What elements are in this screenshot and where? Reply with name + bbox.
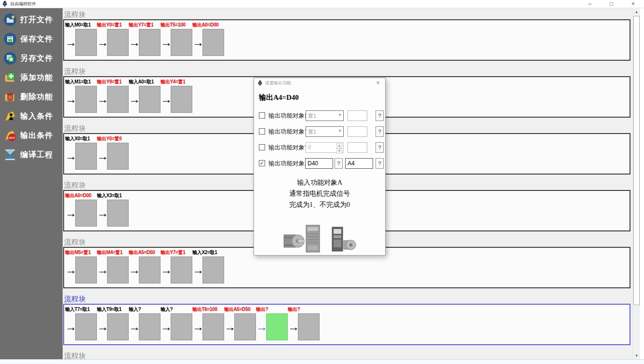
flow-block-panel[interactable]: 输入M0=取1→输出Y0=置1→输出Y7=置1→输出T5=100→输出A0=D0… <box>63 19 631 61</box>
sidebar-button-compile-project[interactable]: 编译工程 <box>0 145 63 164</box>
flow-step-box[interactable] <box>298 313 320 340</box>
aux-value-input[interactable] <box>348 126 367 137</box>
flow-cell[interactable]: 输出A5=D50→ <box>129 249 161 284</box>
flow-cell[interactable]: 输入T7=取1→ <box>65 306 97 341</box>
flow-cell-label: 输入X3=取1 <box>97 192 129 199</box>
flow-cell[interactable]: 输入X3=取1→ <box>97 192 129 227</box>
flow-cell[interactable]: 输出M5=置1→ <box>65 249 97 284</box>
flow-cell-label: 输出Y7=置1 <box>129 22 161 28</box>
flow-cell-row: → <box>97 28 129 56</box>
row-checkbox[interactable]: ✓ <box>259 160 265 166</box>
flow-step-box[interactable] <box>171 256 192 283</box>
servo-drive-motor-image <box>331 226 356 254</box>
flow-step-box[interactable] <box>266 313 288 340</box>
flow-step-box[interactable] <box>75 256 97 283</box>
help-button[interactable]: ? <box>376 158 384 169</box>
flow-cell[interactable]: 输入A0=取1→ <box>129 79 161 113</box>
sidebar-button-open-file[interactable]: 打开文件 <box>0 10 63 29</box>
sidebar-button-add-function[interactable]: 添加功能 <box>0 68 63 87</box>
flow-step-box[interactable] <box>107 29 129 56</box>
flow-step-box[interactable] <box>171 29 192 56</box>
flow-cell[interactable]: 输出M4=置1→ <box>97 249 129 284</box>
flow-step-box[interactable] <box>139 256 161 283</box>
aux-value-input[interactable] <box>348 142 367 153</box>
flow-step-box[interactable] <box>171 313 192 340</box>
help-button[interactable]: ? <box>376 126 384 137</box>
flow-cell[interactable]: 输入T9=取1→ <box>97 306 129 341</box>
flow-cell[interactable]: 输入?→ <box>161 306 192 341</box>
flow-step-box[interactable] <box>75 29 97 56</box>
spinner-down-icon[interactable]: ▼ <box>336 148 342 154</box>
scroll-up-icon[interactable]: ▲ <box>633 8 640 15</box>
row-checkbox[interactable] <box>259 128 265 135</box>
flow-cell[interactable]: 输出T5=100→ <box>161 22 192 56</box>
flow-cell[interactable]: 输入M1=取1→ <box>65 79 97 113</box>
window-titlebar: 自由编程软件 – □ × <box>0 0 644 8</box>
flow-step-box[interactable] <box>75 200 97 227</box>
flow-step-box[interactable] <box>107 143 129 170</box>
flow-step-box[interactable] <box>202 29 224 56</box>
flow-step-box[interactable] <box>107 86 129 113</box>
value-spinner[interactable]: 0▲▼ <box>306 142 344 153</box>
sidebar-button-save-as-file[interactable]: 另存文件 <box>0 49 63 68</box>
sidebar-button-input-condition[interactable]: 输入条件 <box>0 107 63 126</box>
help-button[interactable]: ? <box>376 110 384 121</box>
flow-step-box[interactable] <box>234 313 256 340</box>
flow-cell[interactable]: 输出Y0=置1→ <box>97 22 129 56</box>
scroll-down-icon[interactable]: ▼ <box>633 352 640 359</box>
flow-cell[interactable]: 输入M0=取1→ <box>65 22 97 56</box>
flow-step-box[interactable] <box>139 86 161 113</box>
help-button[interactable]: ? <box>335 158 343 169</box>
flow-step-box[interactable] <box>139 29 161 56</box>
help-button[interactable]: ? <box>376 142 384 153</box>
flow-cell[interactable]: 输出?→ <box>256 306 288 341</box>
flow-cell-label: 输出Y0=置0 <box>97 135 129 142</box>
flow-cell[interactable]: 输出A0=D00→ <box>65 192 97 227</box>
flow-cell[interactable]: 输出Y7=置1→ <box>129 22 161 56</box>
sidebar-button-save-file[interactable]: 保存文件 <box>0 29 63 49</box>
flow-step-box[interactable] <box>75 143 97 170</box>
flow-step-box[interactable] <box>171 86 192 113</box>
data-register-input[interactable] <box>305 158 333 169</box>
delete-function-icon <box>3 90 17 104</box>
aux-value-input[interactable] <box>348 110 367 121</box>
flow-step-box[interactable] <box>202 313 224 340</box>
dialog-close-icon[interactable]: × <box>371 78 385 88</box>
flow-cell[interactable]: 输出Y9=置1→ <box>97 79 129 113</box>
flow-cell[interactable]: 输出A5=D50→ <box>224 306 256 341</box>
flow-cell[interactable]: 输出?→ <box>288 306 320 341</box>
row-checkbox[interactable] <box>259 144 265 150</box>
flow-step-box[interactable] <box>107 256 129 283</box>
flow-cell[interactable]: 输出Y7=置1→ <box>161 249 192 284</box>
vertical-scrollbar[interactable]: ▲ ▼ <box>632 8 640 359</box>
flow-step-box[interactable] <box>75 86 97 113</box>
close-button[interactable]: × <box>622 0 644 8</box>
scrollbar-thumb[interactable] <box>633 16 640 305</box>
value-dropdown[interactable]: 置1▼ <box>306 126 344 137</box>
maximize-button[interactable]: □ <box>601 0 622 8</box>
row-checkbox[interactable] <box>259 112 265 119</box>
minimize-button[interactable]: – <box>579 0 601 8</box>
flow-block-panel[interactable]: 输入T7=取1→输入T9=取1→输入?→输入?→输出T6=100→输出A5=D5… <box>63 304 631 345</box>
sidebar-button-delete-function[interactable]: 删除功能 <box>0 87 63 107</box>
flow-step-box[interactable] <box>202 256 224 283</box>
value-dropdown[interactable]: 置1▼ <box>306 110 344 121</box>
flow-cell[interactable]: 输出Y0=置0→ <box>97 135 129 170</box>
axis-input[interactable] <box>345 158 373 169</box>
spinner-buttons[interactable]: ▲▼ <box>336 143 342 154</box>
flow-cell[interactable]: 输入X0=取1→ <box>65 135 97 170</box>
flow-step-box[interactable] <box>107 200 129 227</box>
sidebar-button-output-condition[interactable]: OUT输出条件 <box>0 126 63 145</box>
flow-cell-row: → <box>129 313 161 341</box>
dialog-titlebar[interactable]: 设置输出功能 × <box>254 78 385 88</box>
flow-cell[interactable]: 输入X2=取1→ <box>192 249 224 284</box>
flow-step-box[interactable] <box>107 313 129 340</box>
spinner-up-icon[interactable]: ▲ <box>336 143 342 148</box>
flow-step-box[interactable] <box>75 313 97 340</box>
flow-step-box[interactable] <box>139 313 161 340</box>
flow-cell[interactable]: 输出Y4=置1→ <box>161 79 192 113</box>
flow-cell[interactable]: 输出T6=100→ <box>192 306 224 341</box>
flow-cell[interactable]: 输入?→ <box>129 306 161 341</box>
flow-cell-row: → <box>65 199 97 227</box>
flow-cell[interactable]: 输出A0=D00→ <box>192 22 224 56</box>
